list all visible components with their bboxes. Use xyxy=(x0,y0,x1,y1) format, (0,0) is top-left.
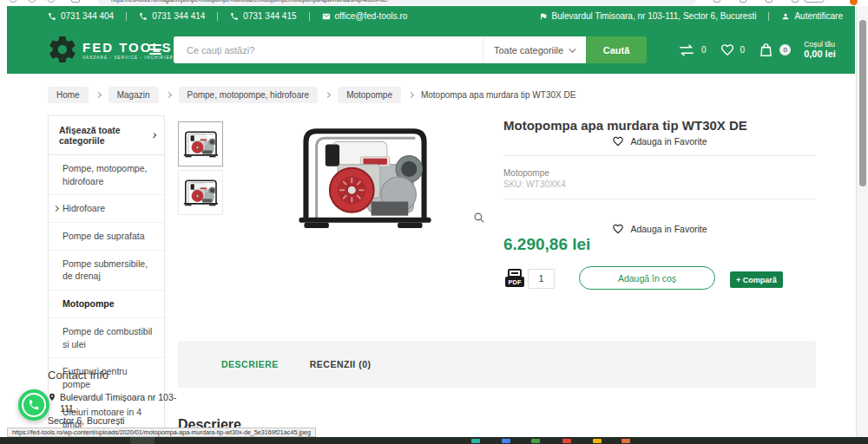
cart-count-badge: 0 xyxy=(779,44,791,56)
reload-icon[interactable] xyxy=(47,0,56,3)
header-action-icons: 0 0 0 Coșul tău 0,00 lei xyxy=(677,26,836,74)
profile-pill[interactable] xyxy=(804,0,825,3)
chevron-down-icon xyxy=(569,45,575,52)
divider xyxy=(217,12,218,21)
product-thumb-image xyxy=(181,124,220,164)
compare-count: 0 xyxy=(701,45,707,55)
chevron-right-icon xyxy=(95,92,102,98)
product-category[interactable]: Motopompe xyxy=(503,168,549,178)
taskbar-app-icon[interactable] xyxy=(531,439,540,443)
taskbar-app-icon[interactable] xyxy=(471,439,480,443)
taskbar-start-button[interactable] xyxy=(130,437,155,444)
sidebar-item-motopompe[interactable]: Motopompe xyxy=(49,291,164,318)
chevron-right-icon xyxy=(165,92,171,98)
link-preview-statusbar: https://fed-tools.ro/wp-content/uploads/… xyxy=(7,428,316,437)
breadcrumb-pompe[interactable]: Pompe, motopompe, hidrofoare xyxy=(179,87,319,103)
shopping-bag-icon xyxy=(758,42,774,59)
extension-icon[interactable] xyxy=(740,0,746,3)
cart-totals[interactable]: Coșul tău 0,00 lei xyxy=(804,40,836,60)
login-link[interactable]: Autentificare xyxy=(781,11,843,21)
chevron-right-icon xyxy=(408,92,414,98)
profile-avatar-icon[interactable] xyxy=(850,0,858,5)
heart-outline-icon xyxy=(612,135,624,147)
contact-address-line2: Sector 6, București xyxy=(48,415,187,427)
quantity-input[interactable] xyxy=(528,269,555,289)
menu-hamburger-icon[interactable] xyxy=(149,44,161,57)
cart-button[interactable]: 0 xyxy=(758,42,791,59)
product-main-image[interactable] xyxy=(285,121,443,233)
contact-address-line1: Bulevardul Timișoara nr 103-111, xyxy=(48,392,187,415)
scrollbar-thumb[interactable] xyxy=(859,20,866,186)
cart-label: Coșul tău xyxy=(804,40,836,49)
search-button[interactable]: Caută xyxy=(586,36,647,63)
sidebar-toggle-icon[interactable] xyxy=(71,0,80,3)
extension-icon[interactable] xyxy=(713,0,720,3)
heart-outline-icon xyxy=(612,223,624,235)
compare-product-button[interactable]: + Compară xyxy=(730,271,783,288)
phone-link[interactable]: 0731 344 414 xyxy=(139,11,205,21)
tab-recenzii[interactable]: RECENZII (0) xyxy=(310,359,372,369)
product-thumbnail-2[interactable] xyxy=(178,170,223,215)
sidebar-show-all-categories[interactable]: Afișează toate categoriile xyxy=(49,116,164,155)
taskbar-app-icon[interactable] xyxy=(502,439,510,443)
breadcrumb-home[interactable]: Home xyxy=(48,87,89,103)
product-sku: SKU: WT30XK4 xyxy=(503,180,566,189)
email-link[interactable]: office@fed-tools.ro xyxy=(322,11,408,21)
topbar-right: Bulevardul Timisoara, nr 103-111, Sector… xyxy=(539,11,843,21)
webpage: 0731 344 404 0731 344 414 0731 344 415 o… xyxy=(7,6,855,437)
taskbar-app-icon[interactable] xyxy=(593,439,602,443)
product-price: 6.290,86 lei xyxy=(503,235,590,254)
breadcrumb-motopompe[interactable]: Motopompe xyxy=(338,87,401,103)
add-to-favorites-button[interactable]: Adauga in Favorite xyxy=(503,135,816,147)
breadcrumb-magazin[interactable]: Magazin xyxy=(108,87,159,103)
contact-address-text: Sector 6, București xyxy=(48,415,125,427)
login-label: Autentificare xyxy=(794,11,843,21)
whatsapp-button[interactable] xyxy=(18,389,49,421)
phone-icon xyxy=(230,12,239,21)
extension-icon[interactable] xyxy=(766,0,773,3)
compare-button[interactable]: 0 xyxy=(677,43,707,57)
brand-text: FED TOOLS VANZARE - SERVICE - INCHIRIERE xyxy=(82,40,177,60)
back-icon[interactable] xyxy=(9,0,17,3)
divider xyxy=(503,199,816,199)
os-taskbar[interactable] xyxy=(0,437,868,444)
divider xyxy=(126,12,127,21)
pdf-download-button[interactable]: PDF xyxy=(503,269,526,290)
add-to-favorites-button[interactable]: Adauga in Favorite xyxy=(503,223,816,235)
search-input[interactable] xyxy=(174,45,483,56)
search-bar: Toate categoriile xyxy=(174,36,586,63)
chevron-right-icon xyxy=(325,92,331,98)
add-to-cart-button[interactable]: Adaugă în coș xyxy=(579,266,715,290)
category-dropdown[interactable]: Toate categoriile xyxy=(483,36,586,63)
sidebar-item-pompe-de-combustibil[interactable]: Pompe de combustibil si ulei xyxy=(49,318,164,358)
forward-icon[interactable] xyxy=(28,0,36,3)
compare-arrows-icon xyxy=(677,43,696,57)
phone-link[interactable]: 0731 344 404 xyxy=(48,11,114,21)
top-contact-bar: 0731 344 404 0731 344 414 0731 344 415 o… xyxy=(7,6,855,26)
sidebar-item-pompe-de-suprafata[interactable]: Pompe de suprafata xyxy=(49,223,164,251)
divider xyxy=(503,155,816,156)
sidebar-item-pompe-submersibile-de-drenaj[interactable]: Pompe submersibile, de drenaj xyxy=(49,251,164,291)
taskbar-app-icon[interactable] xyxy=(621,439,630,443)
product-thumbnail-1[interactable] xyxy=(178,121,223,166)
phone-link[interactable]: 0731 344 415 xyxy=(230,11,296,21)
brand-tagline: VANZARE - SERVICE - INCHIRIERE xyxy=(82,56,177,60)
wishlist-button[interactable]: 0 xyxy=(720,42,746,57)
favorite-label: Adauga in Favorite xyxy=(630,136,707,147)
sidebar-item-pompe-motopompe-hidrofoare[interactable]: Pompe, motopompe, hidrofoare xyxy=(49,155,164,195)
envelope-icon xyxy=(322,12,331,21)
extension-icon[interactable] xyxy=(792,0,799,3)
product-tabs: DESCRIERE RECENZII (0) xyxy=(178,341,816,388)
heart-icon xyxy=(720,42,735,57)
tab-descriere[interactable]: DESCRIERE xyxy=(221,359,279,369)
sidebar-item-hidrofoare[interactable]: Hidrofoare xyxy=(49,195,164,223)
address-bar[interactable]: https://fed-tools.ro/magazin/pompe-motop… xyxy=(97,0,696,5)
email-address: office@fed-tools.ro xyxy=(335,11,408,21)
vertical-scrollbar[interactable] xyxy=(856,6,868,437)
phone-icon xyxy=(48,12,56,21)
site-header: FED TOOLS VANZARE - SERVICE - INCHIRIERE… xyxy=(7,26,855,74)
phone-icon xyxy=(139,12,148,21)
sidebar-header-label: Afișează toate categoriile xyxy=(59,125,152,146)
image-zoom-icon[interactable] xyxy=(473,212,485,224)
taskbar-app-icon[interactable] xyxy=(562,439,571,443)
